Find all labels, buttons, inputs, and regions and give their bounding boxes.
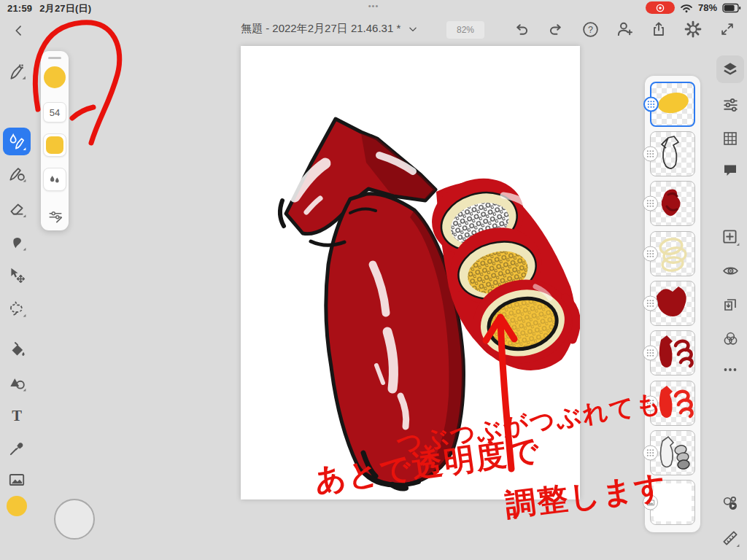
layers-panel xyxy=(645,76,700,532)
tool-mixer-brush[interactable] xyxy=(5,162,28,185)
svg-text:?: ? xyxy=(588,24,593,34)
layer-type-badge[interactable] xyxy=(643,296,658,311)
undo-button[interactable] xyxy=(512,20,531,39)
tool-eraser[interactable] xyxy=(5,197,28,220)
mixer-brush-icon xyxy=(7,164,26,183)
panel-grid-button[interactable] xyxy=(719,127,742,150)
battery-icon xyxy=(722,3,741,13)
touch-shortcut[interactable] xyxy=(54,499,95,540)
share-button[interactable] xyxy=(649,20,668,39)
layer-type-badge[interactable] xyxy=(643,147,658,162)
layer-thumbnail-2[interactable] xyxy=(650,131,695,176)
tool-smudge[interactable] xyxy=(5,230,28,254)
chevron-down-icon[interactable] xyxy=(408,24,418,34)
undo-icon xyxy=(513,20,530,38)
eraser-icon xyxy=(7,199,26,218)
layer-mask-button[interactable] xyxy=(719,293,742,316)
tool-place-image[interactable] xyxy=(5,468,28,491)
brush-size-field[interactable]: 54 xyxy=(43,102,66,122)
brush-settings-icon xyxy=(47,208,63,224)
layer-type-badge[interactable] xyxy=(643,97,659,112)
blend-mode-button[interactable] xyxy=(719,327,742,350)
fullscreen-button[interactable] xyxy=(718,20,737,39)
sliders-icon xyxy=(721,96,740,114)
svg-text:T: T xyxy=(12,408,22,424)
tool-lasso-select[interactable] xyxy=(5,297,28,320)
color-swatch-inner xyxy=(46,136,63,154)
layer-thumbnail-5[interactable] xyxy=(650,281,695,326)
screen-recording-icon[interactable] xyxy=(646,1,675,14)
more-dots-icon xyxy=(721,361,739,378)
settings-button[interactable] xyxy=(684,20,703,39)
paint-bucket-icon xyxy=(7,341,26,359)
add-layer-button[interactable] xyxy=(719,225,742,249)
grid-icon xyxy=(721,130,739,147)
panel-adjustments-button[interactable] xyxy=(719,93,742,116)
panel-layers-button[interactable] xyxy=(716,55,744,83)
move-icon xyxy=(7,265,26,284)
tool-move[interactable] xyxy=(5,263,28,287)
layer-thumbnail-1[interactable] xyxy=(650,82,695,127)
eyedropper-icon xyxy=(7,439,26,458)
title-actions: ? xyxy=(512,20,737,39)
tool-shapes[interactable] xyxy=(5,371,28,394)
livestream-button[interactable] xyxy=(719,491,742,515)
eye-icon xyxy=(721,262,740,280)
battery-percent: 78% xyxy=(698,2,717,13)
invite-button[interactable] xyxy=(615,20,634,39)
image-icon xyxy=(7,470,26,489)
ruler-button[interactable] xyxy=(719,526,742,550)
layer-thumbnail-3[interactable] xyxy=(650,181,695,226)
livestream-icon xyxy=(721,494,740,513)
layer-type-badge[interactable] xyxy=(643,196,658,211)
document-title: 無題 - 2022年2月27日 21.46.31 * xyxy=(241,22,400,36)
expand-icon xyxy=(719,21,735,37)
right-toolbar xyxy=(713,45,747,560)
layer-type-badge[interactable] xyxy=(643,246,658,262)
mask-icon xyxy=(721,296,739,314)
zoom-level-badge[interactable]: 82% xyxy=(446,21,484,39)
live-brush-icon xyxy=(7,132,26,151)
title-bar: 無題 - 2022年2月27日 21.46.31 * 82% xyxy=(0,16,747,45)
layer-thumbnail-4[interactable] xyxy=(650,231,695,276)
layers-icon xyxy=(721,60,740,79)
document-title-group[interactable]: 無題 - 2022年2月27日 21.46.31 * xyxy=(241,22,467,36)
panel-comment-button[interactable] xyxy=(719,158,742,182)
blend-circles-icon xyxy=(721,330,740,348)
water-drops-icon xyxy=(47,172,62,187)
tool-fill[interactable] xyxy=(5,338,28,362)
shapes-icon xyxy=(7,373,26,392)
tool-pixel-brush[interactable] xyxy=(5,60,28,83)
brush-settings-button[interactable] xyxy=(47,207,64,225)
record-dot-icon xyxy=(655,3,665,13)
help-icon: ? xyxy=(581,20,600,39)
water-flow-button[interactable] xyxy=(43,168,66,191)
redo-icon xyxy=(547,20,565,38)
layer-more-button[interactable] xyxy=(719,358,742,381)
add-person-icon xyxy=(615,20,634,39)
left-toolbar: T xyxy=(0,45,34,560)
current-color-swatch[interactable] xyxy=(7,496,27,516)
layer-thumbnail-6[interactable] xyxy=(650,330,695,376)
back-button[interactable] xyxy=(9,20,29,41)
panel-drag-handle[interactable] xyxy=(48,57,61,59)
tool-live-brush[interactable] xyxy=(3,128,31,155)
brush-options-panel[interactable]: 54 xyxy=(41,51,69,230)
lasso-icon xyxy=(7,299,26,318)
add-layer-icon xyxy=(721,228,740,246)
layer-type-badge[interactable] xyxy=(643,346,658,361)
multitask-dots-icon[interactable]: ••• xyxy=(0,1,747,10)
fresco-app: 21:592月27日(日) ••• 78% xyxy=(0,0,747,560)
layer-type-badge[interactable] xyxy=(643,446,658,461)
layer-visibility-button[interactable] xyxy=(719,259,742,282)
status-right: 78% xyxy=(646,1,741,14)
tool-text[interactable]: T xyxy=(5,404,28,427)
help-button[interactable]: ? xyxy=(581,20,600,39)
ruler-icon xyxy=(721,529,740,548)
comment-icon xyxy=(721,161,739,179)
text-tool-icon: T xyxy=(7,406,26,425)
color-swatch-button[interactable] xyxy=(43,133,66,157)
brush-color-preview[interactable] xyxy=(44,66,66,88)
tool-eyedropper[interactable] xyxy=(5,437,28,460)
redo-button[interactable] xyxy=(546,20,565,39)
